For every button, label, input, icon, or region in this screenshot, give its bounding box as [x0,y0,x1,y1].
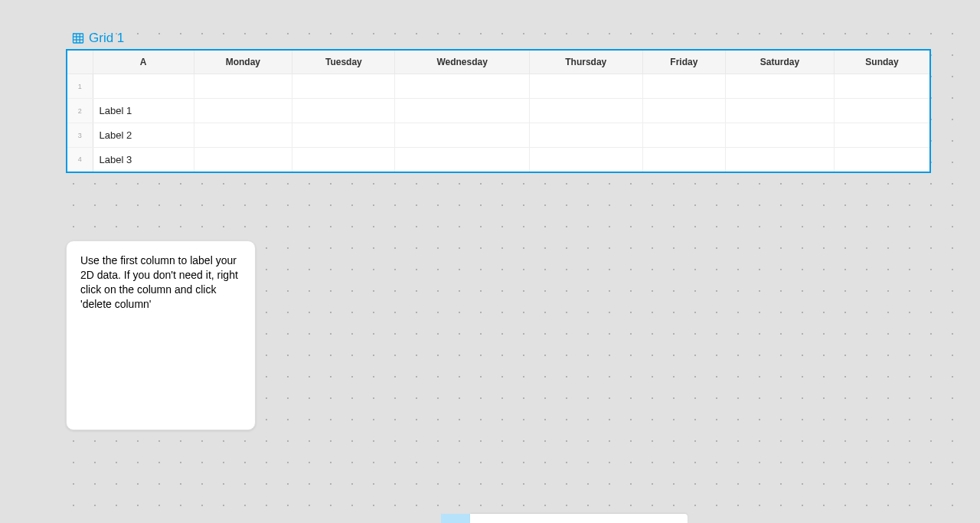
grid-cell[interactable] [529,74,642,99]
grid-cell[interactable] [93,74,194,99]
data-grid[interactable]: A Monday Tuesday Wednesday Thursday Frid… [66,49,931,173]
svg-rect-0 [74,34,83,43]
grid-cell[interactable] [834,148,930,172]
help-note-card[interactable]: Use the first column to label your 2D da… [66,240,256,430]
grid-cell[interactable] [725,123,834,148]
row-number[interactable]: 2 [67,99,93,123]
grid-title-bar[interactable]: Grid 1 [66,28,931,49]
help-note-text: Use the first column to label your 2D da… [80,253,241,312]
grid-cell[interactable] [642,123,725,148]
row-number[interactable]: 3 [67,123,93,148]
column-header[interactable]: A [93,50,194,74]
grid-cell[interactable] [834,74,930,99]
column-header[interactable]: Sunday [834,50,930,74]
grid-cell[interactable] [725,148,834,172]
bottom-panel-body[interactable] [470,514,688,523]
grid-cell[interactable] [292,74,395,99]
grid-icon [72,32,84,44]
column-header[interactable]: Monday [194,50,292,74]
table-row: 3 Label 2 [67,123,930,148]
column-header-row: A Monday Tuesday Wednesday Thursday Frid… [67,50,930,74]
bottom-panel-tab[interactable] [441,514,470,523]
grid-cell[interactable] [642,99,725,123]
grid-cell[interactable] [395,123,529,148]
grid-component[interactable]: Grid 1 A Monday Tuesday Wednesday Thursd… [66,28,931,173]
row-number[interactable]: 1 [67,74,93,99]
grid-cell[interactable]: Label 2 [93,123,194,148]
table-row: 1 [67,74,930,99]
grid-cell[interactable] [834,123,930,148]
grid-cell[interactable] [642,148,725,172]
grid-cell[interactable]: Label 1 [93,99,194,123]
grid-cell[interactable] [642,74,725,99]
grid-cell[interactable] [194,148,292,172]
grid-cell[interactable] [529,148,642,172]
grid-cell[interactable] [725,74,834,99]
grid-cell[interactable] [292,148,395,172]
column-header[interactable]: Saturday [725,50,834,74]
grid-cell[interactable] [194,74,292,99]
column-header[interactable]: Thursday [529,50,642,74]
column-header[interactable]: Wednesday [395,50,529,74]
bottom-panel-peek[interactable] [441,514,688,523]
column-header[interactable]: Friday [642,50,725,74]
grid-cell[interactable] [529,123,642,148]
column-header[interactable]: Tuesday [292,50,395,74]
grid-cell[interactable] [395,99,529,123]
rownum-header[interactable] [67,50,93,74]
grid-title[interactable]: Grid 1 [89,31,124,46]
grid-cell[interactable] [834,99,930,123]
grid-cell[interactable] [194,99,292,123]
table-row: 4 Label 3 [67,148,930,172]
grid-cell[interactable] [292,123,395,148]
grid-cell[interactable] [194,123,292,148]
grid-cell[interactable] [395,148,529,172]
grid-cell[interactable]: Label 3 [93,148,194,172]
grid-cell[interactable] [529,99,642,123]
row-number[interactable]: 4 [67,148,93,172]
grid-cell[interactable] [725,99,834,123]
table-row: 2 Label 1 [67,99,930,123]
grid-cell[interactable] [395,74,529,99]
grid-cell[interactable] [292,99,395,123]
